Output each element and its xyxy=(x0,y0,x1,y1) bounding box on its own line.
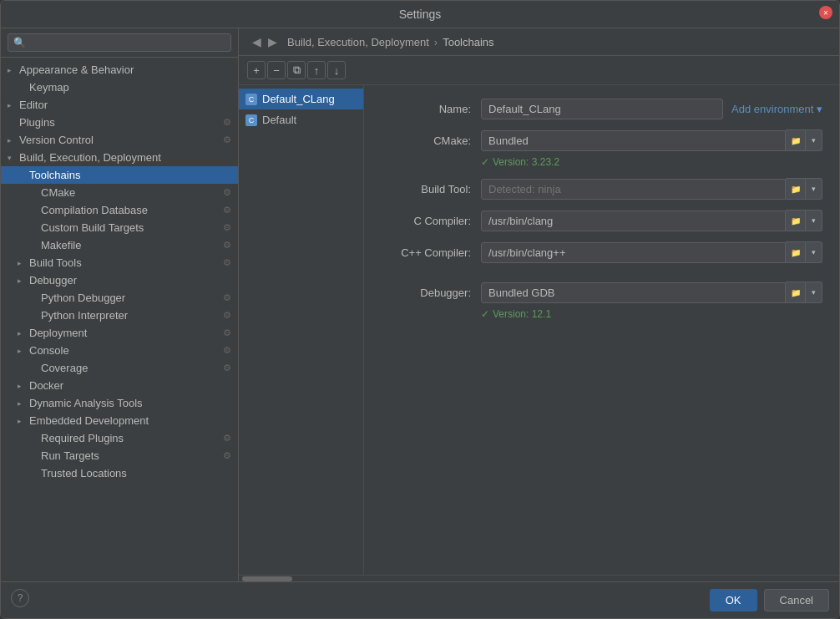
sidebar-item-label: Deployment xyxy=(29,327,87,339)
title-bar: Settings × xyxy=(1,1,839,28)
back-button[interactable]: ◀ xyxy=(249,35,265,48)
ok-button[interactable]: OK xyxy=(710,589,757,611)
sidebar-item-debugger[interactable]: Debugger xyxy=(1,271,238,289)
sidebar-item-trusted-locations[interactable]: Trusted Locations xyxy=(1,464,238,482)
sidebar-item-suffix: ⚙ xyxy=(223,222,231,233)
tree-arrow-icon xyxy=(18,329,29,337)
c-compiler-label: C Compiler: xyxy=(381,215,481,227)
breadcrumb-parent: Build, Execution, Deployment xyxy=(287,36,429,48)
copy-toolchain-button[interactable]: ⧉ xyxy=(287,61,306,79)
remove-toolchain-button[interactable]: − xyxy=(267,61,286,79)
sidebar-item-suffix: ⚙ xyxy=(223,310,231,321)
sidebar-item-cmake[interactable]: CMake⚙ xyxy=(1,184,238,201)
build-tool-row: Build Tool: 📁 ▾ xyxy=(381,178,822,200)
sidebar-item-label: Console xyxy=(29,344,69,357)
sidebar-item-deployment[interactable]: Deployment⚙ xyxy=(1,324,238,342)
sidebar-item-version-control[interactable]: Version Control⚙ xyxy=(1,131,238,149)
cpp-compiler-browse-button[interactable]: 📁 xyxy=(786,241,806,263)
sidebar-item-coverage[interactable]: Coverage⚙ xyxy=(1,359,238,377)
sidebar-item-suffix: ⚙ xyxy=(223,345,231,356)
sidebar-item-label: Run Targets xyxy=(41,449,99,462)
sidebar-item-suffix: ⚙ xyxy=(223,363,231,373)
sidebar-tree: Appearance & BehaviorKeymapEditorPlugins… xyxy=(1,58,238,581)
debugger-browse-button[interactable]: 📁 xyxy=(786,282,806,303)
cpp-compiler-input[interactable] xyxy=(481,242,786,263)
build-tool-label: Build Tool: xyxy=(381,183,481,195)
sidebar-item-required-plugins[interactable]: Required Plugins⚙ xyxy=(1,429,238,447)
cmake-browse-button[interactable]: 📁 xyxy=(786,129,806,151)
sidebar-item-label: Required Plugins xyxy=(41,432,124,444)
sidebar-item-suffix: ⚙ xyxy=(223,205,231,216)
sidebar-item-keymap[interactable]: Keymap xyxy=(1,79,238,96)
close-button[interactable]: × xyxy=(819,6,832,19)
sidebar-item-label: Plugins xyxy=(19,116,55,129)
build-tool-dropdown-button[interactable]: ▾ xyxy=(806,178,822,200)
breadcrumb-bar: ◀ ▶ Build, Execution, Deployment › Toolc… xyxy=(239,28,839,56)
sidebar-item-docker[interactable]: Docker xyxy=(1,377,238,394)
c-compiler-browse-button[interactable]: 📁 xyxy=(786,210,806,231)
cmake-check-icon: ✓ xyxy=(481,156,489,168)
sidebar-item-dynamic-analysis[interactable]: Dynamic Analysis Tools xyxy=(1,394,238,412)
breadcrumb-current: Toolchains xyxy=(443,36,493,48)
name-row: Name: Add environment ▾ xyxy=(381,99,822,119)
sidebar-item-appearance[interactable]: Appearance & Behavior xyxy=(1,61,238,79)
sidebar-item-label: Python Debugger xyxy=(41,292,125,304)
c-compiler-dropdown-button[interactable]: ▾ xyxy=(806,210,822,231)
tc-form: Name: Add environment ▾ CMake: 📁 xyxy=(364,85,839,575)
sidebar-item-python-interp[interactable]: Python Interpreter⚙ xyxy=(1,307,238,324)
sidebar-item-suffix: ⚙ xyxy=(223,433,231,444)
sidebar-item-toolchains[interactable]: Toolchains xyxy=(1,166,238,184)
debugger-input[interactable] xyxy=(481,282,786,303)
sidebar-item-editor[interactable]: Editor xyxy=(1,96,238,114)
cpp-compiler-row: C++ Compiler: 📁 ▾ xyxy=(381,241,822,263)
build-tool-input[interactable] xyxy=(481,179,786,200)
sidebar-item-build-tools[interactable]: Build Tools⚙ xyxy=(1,254,238,271)
tree-arrow-icon xyxy=(18,399,29,408)
scrollbar-thumb[interactable] xyxy=(242,576,292,581)
cancel-button[interactable]: Cancel xyxy=(764,589,829,611)
tree-arrow-icon xyxy=(18,277,29,285)
move-down-button[interactable]: ↓ xyxy=(327,61,346,79)
right-panel: ◀ ▶ Build, Execution, Deployment › Toolc… xyxy=(239,28,839,581)
sidebar-item-suffix: ⚙ xyxy=(223,450,231,461)
sidebar-item-label: Trusted Locations xyxy=(41,467,127,479)
sidebar-item-suffix: ⚙ xyxy=(223,117,231,128)
build-tool-browse-button[interactable]: 📁 xyxy=(786,178,806,200)
cpp-compiler-label: C++ Compiler: xyxy=(381,246,481,259)
debugger-check-icon: ✓ xyxy=(481,308,489,320)
sidebar: Appearance & BehaviorKeymapEditorPlugins… xyxy=(1,28,239,581)
tree-arrow-icon xyxy=(8,154,19,162)
forward-button[interactable]: ▶ xyxy=(265,35,281,48)
add-environment-button[interactable]: Add environment ▾ xyxy=(731,103,822,115)
name-input[interactable] xyxy=(481,99,723,119)
move-up-button[interactable]: ↑ xyxy=(307,61,326,79)
sidebar-item-custom-build[interactable]: Custom Build Targets⚙ xyxy=(1,219,238,236)
cmake-field: 📁 ▾ xyxy=(481,129,822,151)
sidebar-item-console[interactable]: Console⚙ xyxy=(1,342,238,359)
sidebar-item-run-targets[interactable]: Run Targets⚙ xyxy=(1,447,238,464)
sidebar-item-suffix: ⚙ xyxy=(223,257,231,268)
help-button[interactable]: ? xyxy=(11,589,29,607)
cpp-compiler-dropdown-button[interactable]: ▾ xyxy=(806,241,822,263)
add-toolchain-button[interactable]: + xyxy=(247,61,266,79)
cmake-input[interactable] xyxy=(481,130,786,151)
c-compiler-input[interactable] xyxy=(481,211,786,231)
sidebar-item-python-debugger[interactable]: Python Debugger⚙ xyxy=(1,289,238,307)
sidebar-item-compilation-db[interactable]: Compilation Database⚙ xyxy=(1,201,238,219)
debugger-dropdown-button[interactable]: ▾ xyxy=(806,282,822,303)
minus-icon: − xyxy=(273,64,280,77)
sidebar-item-label: Keymap xyxy=(29,81,69,94)
close-icon: × xyxy=(823,8,828,18)
sidebar-item-label: Coverage xyxy=(41,362,88,374)
cmake-dropdown-button[interactable]: ▾ xyxy=(806,129,822,151)
tc-list-item-default-clang[interactable]: C Default_CLang xyxy=(239,89,363,109)
tc-list-item-default[interactable]: C Default xyxy=(239,109,363,130)
search-input[interactable] xyxy=(8,33,231,52)
sidebar-item-build-exec[interactable]: Build, Execution, Deployment xyxy=(1,149,238,166)
tc-item-icon-2: C xyxy=(245,114,257,126)
sidebar-item-embedded-dev[interactable]: Embedded Development xyxy=(1,412,238,429)
sidebar-item-plugins[interactable]: Plugins⚙ xyxy=(1,114,238,131)
sidebar-item-label: Build, Execution, Deployment xyxy=(19,151,161,164)
sidebar-item-makefile[interactable]: Makefile⚙ xyxy=(1,236,238,254)
up-icon: ↑ xyxy=(314,64,320,77)
